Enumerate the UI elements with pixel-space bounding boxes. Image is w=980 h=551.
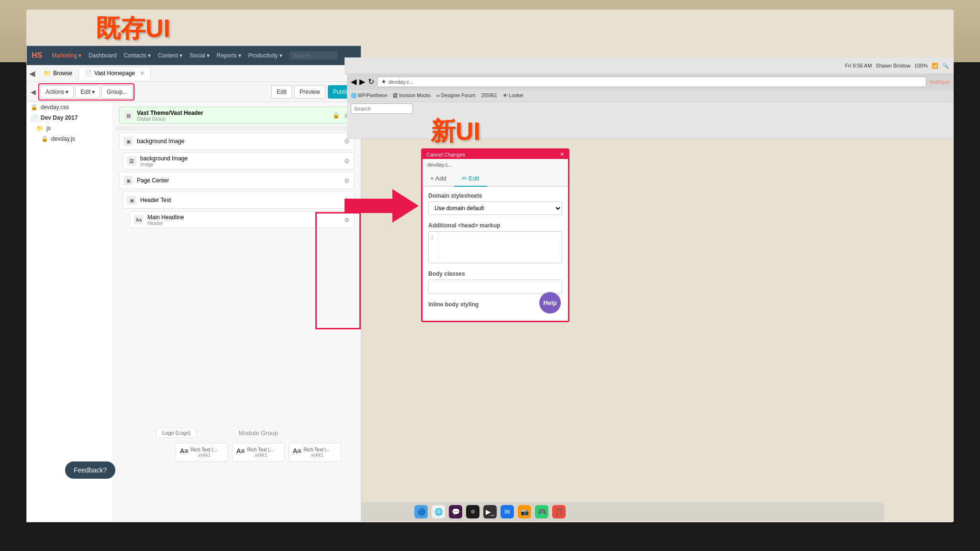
rich-text-1[interactable]: A≡ Rich Text (... .vykk1 — [176, 443, 228, 462]
module-actions-4: ⚙ — [342, 176, 352, 185]
group-icon: ▣ — [123, 136, 133, 146]
help-button[interactable]: Help — [539, 292, 561, 314]
bookmark-1[interactable]: 🌐 WP/Pantheon — [351, 93, 387, 98]
url-bar[interactable]: ★ devday.c... — [377, 77, 926, 87]
tab-browse[interactable]: 📁 Browse — [37, 67, 78, 80]
tab-browse-icon: 📁 — [44, 70, 51, 77]
mac-user: Shawn Bristow — [876, 63, 911, 68]
nav-item-reports[interactable]: Reports ▾ — [217, 52, 241, 59]
module-name-6: Main Headline — [147, 214, 184, 221]
sidebar-file-devday-js[interactable]: 🔒 devday.js — [27, 134, 112, 144]
collapse-icon[interactable]: ◀ — [31, 88, 36, 96]
bookmark-5[interactable]: 👁 Looker — [503, 93, 523, 98]
refresh-icon[interactable]: ↻ — [368, 77, 374, 86]
mac-topbar: Fri 9:56 AM Shawn Bristow 100% 📶 🔍 — [345, 57, 954, 74]
module-actions-3: ⚙ — [342, 156, 352, 166]
hubspot-old-window: HS Marketing ▾ Dashboard Contacts ▾ Cont… — [26, 45, 361, 522]
cancel-changes-label: Cancel Changes — [426, 152, 465, 157]
rich-text-label-3: Rich Text l... — [304, 447, 330, 452]
domain-stylesheets-select[interactable]: Use domain default — [428, 202, 562, 215]
module-vast-header[interactable]: ▦ Vast Theme/Vast Header Global Group 🔒 … — [119, 107, 355, 124]
dock-icon-chrome[interactable]: 🌐 — [432, 505, 445, 518]
dock-icon-terminal[interactable]: ▶_ — [483, 505, 497, 518]
tab-add[interactable]: + Add — [423, 171, 454, 187]
module-type-3: Image — [140, 162, 188, 167]
edit-button-2[interactable]: Edit — [271, 85, 292, 99]
back-nav-icon[interactable]: ◀ — [29, 69, 35, 78]
body-classes-group: Body classes — [428, 270, 562, 294]
sidebar-file-devday-css[interactable]: 🔒 devday.css — [27, 102, 112, 112]
browser-search-area — [347, 102, 954, 115]
new-ui-cancel-header: Cancel Changes ✕ — [423, 150, 568, 159]
group-icon-2: ▣ — [123, 176, 133, 185]
rich-text-3[interactable]: A≡ Rich Text l... .vykk1 — [289, 443, 341, 462]
close-tab-icon[interactable]: ✕ — [140, 70, 145, 77]
browser-search-input[interactable] — [351, 103, 413, 114]
dock-icon-mail[interactable]: ✉ — [501, 505, 514, 518]
hubspot-icon: HubSpot — [929, 79, 950, 85]
module-name-4: Page Center — [137, 177, 169, 184]
hs-editor: ▦ Vast Theme/Vast Header Global Group 🔒 … — [113, 102, 361, 522]
sidebar-file-devday-2017[interactable]: 📄 Dev Day 2017 — [27, 112, 112, 123]
title-new: 新UI — [431, 115, 480, 148]
nav-search-input[interactable] — [290, 51, 337, 60]
rich-text-file: .vykk1 — [191, 452, 217, 458]
chevron-down-icon: ▾ — [148, 52, 151, 59]
nav-item-contacts[interactable]: Contacts ▾ — [124, 52, 151, 59]
tab-edit[interactable]: ✏ Edit — [454, 171, 487, 187]
nav-item-marketing[interactable]: Marketing ▾ — [52, 52, 81, 59]
dock-icon-finder[interactable]: 🔵 — [414, 505, 428, 518]
bookmark-3[interactable]: ∞ Designer Forum — [436, 93, 476, 98]
module-name-5: Header Text — [140, 197, 171, 203]
image-icon: 🖼 — [127, 156, 136, 166]
hubspot-logo: HS — [32, 51, 42, 60]
module-bg-image[interactable]: 🖼 background Image Image ⚙ — [122, 152, 355, 169]
lock-button[interactable]: 🔒 — [331, 111, 341, 120]
edit-button-1[interactable]: Edit ▾ — [75, 85, 100, 99]
hs-toolbar: ◀ Actions ▾ Edit ▾ Group... Edit Preview… — [27, 82, 361, 102]
text-icon: Aa — [134, 215, 144, 225]
hs-tabs: ◀ 📁 Browse 📄 Vast Homepage ✕ — [27, 65, 361, 82]
nav-item-dashboard[interactable]: Dashboard — [89, 52, 117, 59]
sidebar-file-js[interactable]: 📁 js — [27, 123, 112, 134]
dock-icon-photos[interactable]: 📷 — [518, 505, 531, 518]
rich-text-file-3: .vykk1 — [304, 452, 330, 458]
hs-content: 🔒 devday.css 📄 Dev Day 2017 📁 js 🔒 devda… — [27, 102, 361, 522]
preview-button[interactable]: Preview — [294, 85, 325, 99]
bookmark-4[interactable]: 255951 — [481, 93, 497, 98]
actions-button[interactable]: Actions ▾ — [40, 85, 74, 99]
cancel-x-icon[interactable]: ✕ — [560, 151, 564, 157]
body-classes-input[interactable] — [428, 280, 562, 294]
module-main-headline[interactable]: Aa Main Headline Header ⚙ — [130, 211, 355, 228]
rich-text-label: Rich Text (... — [191, 447, 217, 452]
feedback-button[interactable]: Feedback? — [65, 461, 115, 479]
back-icon[interactable]: ◀ — [351, 77, 356, 86]
module-header-text[interactable]: ▣ Header Text ⚙ — [122, 191, 355, 209]
nav-item-content[interactable]: Content ▾ — [158, 52, 182, 59]
gear-button-4[interactable]: ⚙ — [342, 176, 352, 185]
bookmark-2[interactable]: 🖼 Invision Mocks — [393, 93, 430, 98]
search-icon[interactable]: 🔍 — [942, 63, 949, 69]
gear-button-3[interactable]: ⚙ — [342, 156, 352, 166]
dock-icon-slack[interactable]: 💬 — [449, 505, 462, 518]
module-page-center[interactable]: ▣ Page Center ⚙ — [119, 172, 355, 189]
module-type: Global Group — [137, 116, 203, 122]
body-classes-label: Body classes — [428, 270, 562, 277]
domain-stylesheets-label: Domain stylesheets — [428, 192, 562, 199]
chevron-down-icon: ▾ — [78, 52, 81, 59]
tab-vast-homepage[interactable]: 📄 Vast Homepage ✕ — [78, 67, 151, 80]
module-bg-image-group[interactable]: ▣ background Image ⚙ — [119, 133, 355, 150]
dock-icon-extra1[interactable]: 🎮 — [535, 505, 548, 518]
nav-item-productivity[interactable]: Productivity ▾ — [248, 52, 282, 59]
grid-icon: ▦ — [123, 111, 133, 120]
group-button[interactable]: Group... — [101, 85, 133, 99]
actions-group: Actions ▾ Edit ▾ Group... — [38, 83, 134, 101]
rich-text-2[interactable]: A≡ Rich Text (... .vykk1 — [232, 443, 285, 462]
module-group-label: Module Group — [156, 426, 361, 440]
chevron-down-icon: ▾ — [179, 52, 182, 59]
dock-icon-extra2[interactable]: 🎵 — [552, 505, 566, 518]
dock-icon-atom[interactable]: ⚛ — [466, 505, 479, 518]
head-markup-textarea[interactable] — [441, 232, 562, 263]
nav-item-social[interactable]: Social ▾ — [189, 52, 210, 59]
forward-icon[interactable]: ▶ — [359, 77, 365, 86]
